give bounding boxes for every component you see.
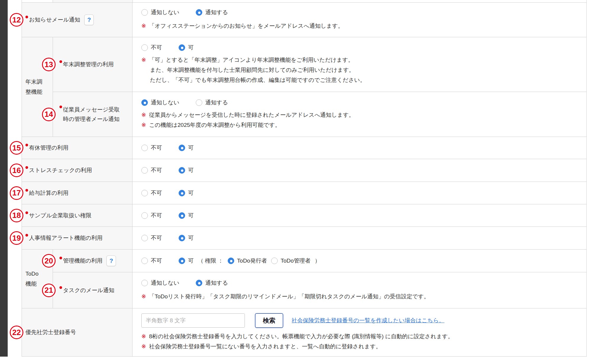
left-edge-strip bbox=[0, 0, 8, 357]
note-text: 8桁の社会保険労務士登録番号を入力してください。帳票機能で入力が必要な際 (識別… bbox=[149, 331, 453, 342]
radio-notify-on[interactable] bbox=[196, 99, 202, 106]
row-label-cell: 19 人事情報アラート機能の利用 bbox=[22, 227, 132, 249]
radio-label: 可 bbox=[188, 166, 194, 174]
required-dot-icon bbox=[59, 106, 62, 108]
row-number-badge: 15 bbox=[10, 141, 23, 155]
row-label: 有休管理の利用 bbox=[25, 143, 68, 152]
radio-label: 不可 bbox=[151, 234, 162, 242]
radio-label: ToDo管理者 bbox=[281, 257, 310, 265]
radio-allow[interactable] bbox=[179, 167, 185, 174]
radio-deny[interactable] bbox=[141, 235, 148, 241]
radio-notify-off[interactable] bbox=[141, 9, 148, 16]
required-dot-icon bbox=[59, 257, 62, 259]
radio-allow[interactable] bbox=[179, 258, 185, 264]
radio-group: 不可 可 bbox=[141, 166, 586, 174]
note-text: また、年末調整機能を付与した士業用顧問先に対してのみご利用いただけます。 bbox=[150, 65, 355, 75]
row-content-cell: 不可 可 bbox=[132, 227, 586, 249]
row-label: 人事情報アラート機能の利用 bbox=[25, 233, 103, 242]
row-label: お知らせメール通知 bbox=[25, 15, 80, 24]
radio-group: 不可 可 bbox=[141, 234, 586, 242]
settings-form-table: 12 お知らせメール通知 ? 通知しない 通知する ※ 「オフィスステーションか… bbox=[22, 0, 587, 357]
radio-deny[interactable] bbox=[141, 212, 148, 219]
row-label-cell: 22 優先社労士登録番号 bbox=[22, 308, 132, 356]
radio-notify-on[interactable] bbox=[196, 280, 202, 286]
radio-deny[interactable] bbox=[141, 258, 148, 264]
note: ※ 従業員からメッセージを受信した時に登録されたメールアドレスへ通知します。 bbox=[141, 110, 586, 120]
radio-label: 通知しない bbox=[151, 279, 179, 287]
radio-todo-issuer[interactable] bbox=[228, 258, 234, 264]
required-dot-icon bbox=[25, 211, 28, 214]
radio-deny[interactable] bbox=[141, 190, 148, 196]
radio-group: 不可 可 （ 権限 ： ToDo発行者 ToDo管理者 ） bbox=[141, 257, 586, 265]
create-number-list-link[interactable]: 社会保険労務士登録番号の一覧を作成したい場合はこちら。 bbox=[292, 317, 444, 324]
row-label-cell: 15 有休管理の利用 bbox=[22, 137, 132, 159]
sharoushi-number-input[interactable] bbox=[141, 313, 245, 328]
note: ※ 8桁の社会保険労務士登録番号を入力してください。帳票機能で入力が必要な際 (… bbox=[141, 331, 586, 342]
radio-label: 可 bbox=[188, 44, 194, 51]
note-text: 「オフィスステーションからのお知らせ」をメールアドレスへ通知します。 bbox=[149, 21, 344, 31]
row-label-cell: 16 ストレスチェックの利用 bbox=[22, 159, 132, 182]
row-number-badge: 19 bbox=[10, 231, 23, 245]
help-icon[interactable]: ? bbox=[106, 255, 116, 266]
row-label-cell: 18 サンプル企業取扱い権限 bbox=[22, 204, 132, 227]
group-label: ToDo機能 bbox=[25, 269, 44, 289]
required-dot-icon bbox=[25, 189, 28, 192]
row-label-cell: 17 給与計算の利用 bbox=[22, 182, 132, 204]
radio-group: 不可 可 bbox=[141, 144, 586, 152]
row-number-badge: 22 bbox=[10, 326, 23, 339]
row-number-badge: 21 bbox=[42, 284, 56, 297]
radio-allow[interactable] bbox=[179, 212, 185, 219]
radio-group: 通知しない 通知する bbox=[141, 99, 586, 106]
row-label-cell: 14 従業員メッセージ受取 時の管理者メール通知 bbox=[53, 92, 132, 137]
row-label-cell: 21 タスクのメール通知 bbox=[53, 272, 132, 308]
radio-deny[interactable] bbox=[141, 145, 148, 151]
radio-label: 可 bbox=[188, 189, 194, 197]
group-todo: ToDo機能 20 管理機能の利用 ? 不可 可 bbox=[22, 250, 586, 308]
note: ※ 「ToDoリスト発行時」「タスク期限のリマインドメール」「期限切れタスクのメ… bbox=[141, 292, 586, 302]
note: ※ 「可」とすると「年末調整」アイコンより年末調整機能をご利用いただけます。 bbox=[141, 55, 586, 65]
radio-notify-off[interactable] bbox=[141, 280, 148, 286]
radio-allow[interactable] bbox=[179, 190, 185, 196]
note-marker: ※ bbox=[141, 21, 146, 31]
row-content-cell: 不可 可 ※ 「可」とすると「年末調整」アイコンより年末調整機能をご利用いただけ… bbox=[132, 37, 586, 92]
radio-group: 通知しない 通知する bbox=[141, 279, 586, 287]
radio-label: 不可 bbox=[151, 44, 162, 51]
row-content-cell: 不可 可 bbox=[132, 204, 586, 227]
radio-deny[interactable] bbox=[141, 44, 148, 51]
radio-allow[interactable] bbox=[179, 235, 185, 241]
radio-label: 可 bbox=[188, 257, 194, 265]
radio-allow[interactable] bbox=[179, 44, 185, 51]
row-task-mail-notify: 21 タスクのメール通知 通知しない 通知する ※ 「T bbox=[53, 272, 586, 308]
note-text: 「ToDoリスト発行時」「タスク期限のリマインドメール」「期限切れタスクのメール… bbox=[149, 292, 429, 302]
row-stress-check-use: 16 ストレスチェックの利用 不可 可 bbox=[22, 159, 586, 182]
row-preferred-sharoushi-number: 22 優先社労士登録番号 検索 社会保険労務士登録番号の一覧を作成したい場合はこ… bbox=[22, 308, 586, 357]
group-label: 年末調整機能 bbox=[25, 77, 44, 97]
radio-notify-off[interactable] bbox=[141, 99, 148, 106]
row-number-badge: 17 bbox=[10, 186, 23, 200]
row-label: 従業員メッセージ受取 時の管理者メール通知 bbox=[59, 105, 120, 124]
note-text: この機能は2025年度の年末調整から利用可能です。 bbox=[149, 120, 281, 130]
row-content-cell: 不可 可 （ 権限 ： ToDo発行者 ToDo管理者 ） bbox=[132, 250, 586, 272]
radio-todo-manager[interactable] bbox=[271, 258, 278, 264]
row-label-cell: 12 お知らせメール通知 ? bbox=[22, 3, 132, 37]
row-content-cell: 不可 可 bbox=[132, 137, 586, 159]
radio-allow[interactable] bbox=[179, 145, 185, 151]
row-announce-mail-notify: 12 お知らせメール通知 ? 通知しない 通知する ※ 「オフィスステーションか… bbox=[22, 3, 586, 37]
radio-label: 可 bbox=[188, 212, 194, 219]
row-sample-company-permission: 18 サンプル企業取扱い権限 不可 可 bbox=[22, 204, 586, 227]
required-dot-icon bbox=[25, 166, 28, 169]
note-text: 「可」とすると「年末調整」アイコンより年末調整機能をご利用いただけます。 bbox=[149, 55, 354, 65]
radio-label: 不可 bbox=[151, 189, 162, 197]
radio-deny[interactable] bbox=[141, 167, 148, 174]
registration-number-input-row: 検索 社会保険労務士登録番号の一覧を作成したい場合はこちら。 bbox=[141, 313, 586, 328]
note: また、年末調整機能を付与した士業用顧問先に対してのみご利用いただけます。 bbox=[141, 65, 586, 75]
search-button[interactable]: 検索 bbox=[255, 313, 283, 328]
group-nencho: 年末調整機能 13 年末調整管理の利用 不可 可 bbox=[22, 37, 586, 137]
row-label-cell: 20 管理機能の利用 ? bbox=[53, 250, 132, 272]
radio-notify-on[interactable] bbox=[196, 9, 202, 16]
help-icon[interactable]: ? bbox=[84, 14, 94, 25]
row-label: 給与計算の利用 bbox=[25, 188, 68, 198]
note-marker: ※ bbox=[141, 292, 146, 302]
note-marker: ※ bbox=[141, 342, 146, 352]
row-label: タスクのメール通知 bbox=[59, 286, 114, 295]
